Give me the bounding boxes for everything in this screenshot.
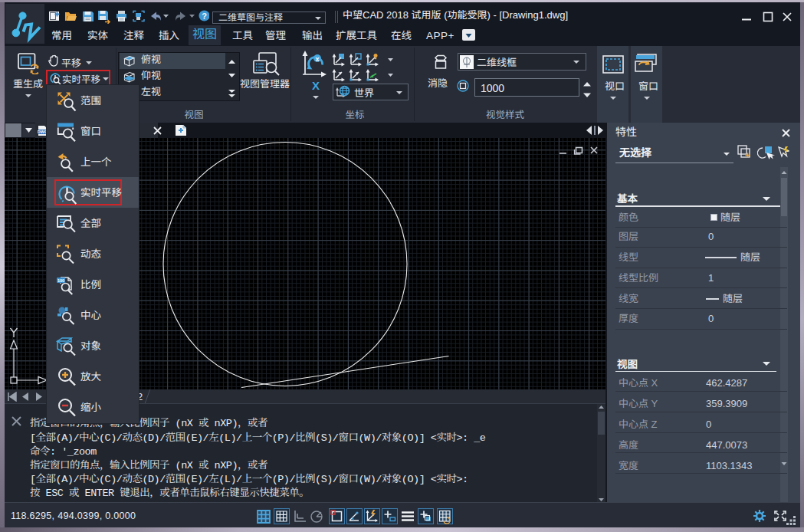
svg-text:?: ? bbox=[202, 11, 207, 21]
svg-text:x: x bbox=[315, 55, 319, 63]
svg-text:100: 100 bbox=[57, 278, 64, 283]
